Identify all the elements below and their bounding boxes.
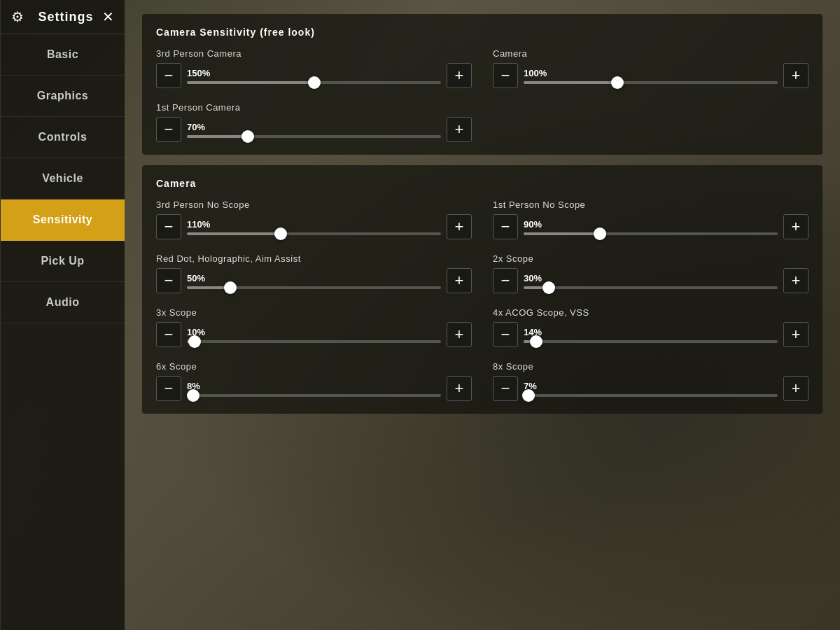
sidebar-item-audio[interactable]: Audio [1,282,125,323]
plus-btn-camera[interactable]: + [783,63,808,88]
plus-btn-6x-scope[interactable]: + [447,376,472,401]
slider-value-camera: 100% [524,68,778,78]
slider-group-1st-person-camera: 1st Person Camera − 70% + [156,102,472,142]
val-8x-scope: 7% [524,381,778,391]
slider-label-1st-no-scope: 1st Person No Scope [493,200,808,210]
slider-label-8x-scope: 8x Scope [493,361,808,372]
plus-btn-1st-no-scope[interactable]: + [783,214,808,239]
plus-btn-red-dot[interactable]: + [447,268,472,293]
plus-btn-2x-scope[interactable]: + [783,268,808,293]
minus-btn-3rd-no-scope[interactable]: − [156,214,181,239]
val-red-dot: 50% [187,273,441,284]
slider-row-3rd-person-camera: − 150% + [156,63,472,88]
minus-btn-2x-scope[interactable]: − [493,268,518,293]
minus-btn-1st-person-camera[interactable]: − [156,117,181,142]
minus-btn-3rd-person-camera[interactable]: − [156,63,181,88]
slider-track-3rd-person-camera[interactable] [187,81,441,84]
slider-group-1st-no-scope: 1st Person No Scope − 90% + [493,200,808,239]
slider-value-1st-person-camera: 70% [187,122,441,132]
slider-group-red-dot: Red Dot, Holographic, Aim Assist − 50% + [156,253,472,293]
sidebar-item-controls[interactable]: Controls [1,117,125,158]
slider-row-camera: − 100% + [493,63,808,88]
track-2x-scope[interactable] [524,286,778,289]
sidebar-title: Settings [38,10,93,24]
slider-group-8x-scope: 8x Scope − 7% + [493,361,808,401]
track-1st-no-scope[interactable] [524,232,778,235]
slider-group-2x-scope: 2x Scope − 30% + [493,253,808,293]
plus-btn-3x-scope[interactable]: + [447,322,472,347]
sidebar-item-graphics[interactable]: Graphics [1,76,125,117]
free-look-section: Camera Sensitivity (free look) 3rd Perso… [142,14,822,155]
plus-btn-3rd-person-camera[interactable]: + [447,63,472,88]
slider-label-6x-scope: 6x Scope [156,361,472,372]
slider-group-3rd-person-camera: 3rd Person Camera − 150% + [156,48,472,88]
minus-btn-6x-scope[interactable]: − [156,376,181,401]
minus-btn-red-dot[interactable]: − [156,268,181,293]
settings-sidebar: ⚙ Settings ✕ Basic Graphics Controls Veh… [0,0,125,630]
slider-label-camera: Camera [493,48,808,59]
val-4x-acog: 14% [524,327,778,337]
minus-btn-8x-scope[interactable]: − [493,376,518,401]
sidebar-item-pickup[interactable]: Pick Up [1,241,125,282]
val-1st-no-scope: 90% [524,219,778,230]
minus-btn-3x-scope[interactable]: − [156,322,181,347]
slider-label-4x-acog: 4x ACOG Scope, VSS [493,307,808,318]
plus-btn-3rd-no-scope[interactable]: + [447,214,472,239]
slider-group-camera: Camera − 100% + [493,48,808,88]
plus-btn-4x-acog[interactable]: + [783,322,808,347]
camera-section: Camera 3rd Person No Scope − 110% + [142,165,822,414]
slider-group-3x-scope: 3x Scope − 10% + [156,307,472,347]
slider-row-1st-person-camera: − 70% + [156,117,472,142]
sidebar-item-basic[interactable]: Basic [1,34,125,76]
track-8x-scope[interactable] [524,394,778,397]
slider-track-1st-person-camera[interactable] [187,135,441,138]
minus-btn-1st-no-scope[interactable]: − [493,214,518,239]
track-4x-acog[interactable] [524,340,778,343]
track-3x-scope[interactable] [187,340,441,343]
slider-label-3rd-no-scope: 3rd Person No Scope [156,200,472,210]
sidebar-item-sensitivity[interactable]: Sensitivity [1,200,125,241]
slider-group-3rd-no-scope: 3rd Person No Scope − 110% + [156,200,472,239]
sidebar-item-vehicle[interactable]: Vehicle [1,158,125,200]
plus-btn-8x-scope[interactable]: + [783,376,808,401]
slider-label-red-dot: Red Dot, Holographic, Aim Assist [156,253,472,264]
plus-btn-1st-person-camera[interactable]: + [447,117,472,142]
minus-btn-4x-acog[interactable]: − [493,322,518,347]
main-content: Camera Sensitivity (free look) 3rd Perso… [125,0,840,630]
close-button[interactable]: ✕ [102,8,114,25]
camera-section-title: Camera [156,178,808,189]
slider-label-3x-scope: 3x Scope [156,307,472,318]
val-3x-scope: 10% [187,327,441,337]
slider-track-camera[interactable] [524,81,778,84]
camera-sliders-grid: 3rd Person No Scope − 110% + 1st Person … [156,200,808,401]
slider-group-4x-acog: 4x ACOG Scope, VSS − 14% + [493,307,808,347]
track-red-dot[interactable] [187,286,441,289]
track-6x-scope[interactable] [187,394,441,397]
slider-label-1st-person-camera: 1st Person Camera [156,102,472,113]
slider-label-3rd-person-camera: 3rd Person Camera [156,48,472,59]
val-6x-scope: 8% [187,381,441,391]
minus-btn-camera[interactable]: − [493,63,518,88]
track-3rd-no-scope[interactable] [187,232,441,235]
slider-group-6x-scope: 6x Scope − 8% + [156,361,472,401]
sidebar-header: ⚙ Settings ✕ [1,0,125,34]
gear-icon: ⚙ [11,8,24,25]
free-look-title: Camera Sensitivity (free look) [156,27,808,38]
val-3rd-no-scope: 110% [187,219,441,230]
val-2x-scope: 30% [524,273,778,284]
slider-label-2x-scope: 2x Scope [493,253,808,264]
